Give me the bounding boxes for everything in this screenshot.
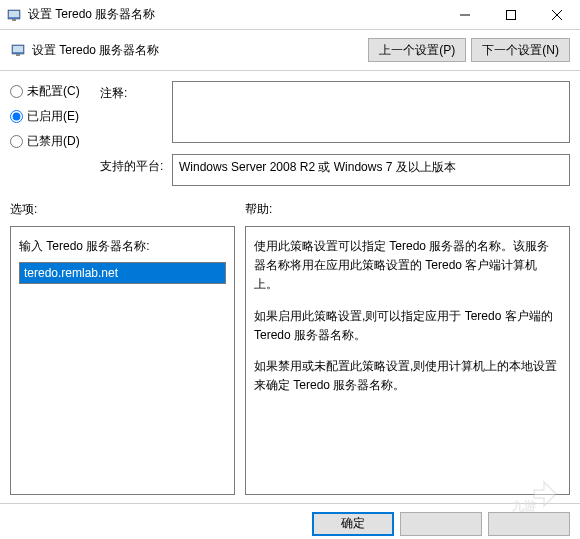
radio-enabled-input[interactable] — [10, 110, 23, 123]
svg-rect-2 — [12, 19, 16, 21]
help-header: 帮助: — [245, 195, 570, 226]
options-box: 输入 Teredo 服务器名称: — [10, 226, 235, 495]
lower-panels: 选项: 输入 Teredo 服务器名称: 帮助: 使用此策略设置可以指定 Ter… — [0, 195, 580, 495]
svg-rect-8 — [13, 46, 23, 52]
radio-label: 已启用(E) — [27, 108, 79, 125]
options-column: 选项: 输入 Teredo 服务器名称: — [10, 195, 235, 495]
help-paragraph: 如果启用此策略设置,则可以指定应用于 Teredo 客户端的 Teredo 服务… — [254, 307, 561, 345]
close-button[interactable] — [534, 0, 580, 30]
server-name-input[interactable] — [19, 262, 226, 284]
policy-icon — [6, 7, 22, 23]
platform-box: Windows Server 2008 R2 或 Windows 7 及以上版本 — [172, 154, 570, 186]
radio-group: 未配置(C) 已启用(E) 已禁用(D) — [10, 81, 100, 150]
svg-rect-1 — [9, 11, 19, 17]
radio-not-configured-input[interactable] — [10, 85, 23, 98]
help-paragraph: 如果禁用或未配置此策略设置,则使用计算机上的本地设置来确定 Teredo 服务器… — [254, 357, 561, 395]
titlebar: 设置 Teredo 服务器名称 — [0, 0, 580, 30]
help-box: 使用此策略设置可以指定 Teredo 服务器的名称。该服务器名称将用在应用此策略… — [245, 226, 570, 495]
radio-label: 未配置(C) — [27, 83, 80, 100]
header: 设置 Teredo 服务器名称 上一个设置(P) 下一个设置(N) — [0, 30, 580, 71]
maximize-button[interactable] — [488, 0, 534, 30]
policy-icon — [10, 42, 26, 58]
config-area: 未配置(C) 已启用(E) 已禁用(D) 注释: 支持的平台: Windows … — [0, 71, 580, 195]
radio-disabled-input[interactable] — [10, 135, 23, 148]
comment-label: 注释: — [100, 81, 172, 150]
radio-enabled[interactable]: 已启用(E) — [10, 108, 100, 125]
platform-label: 支持的平台: — [100, 154, 172, 186]
ok-button[interactable]: 确定 — [312, 512, 394, 536]
radio-label: 已禁用(D) — [27, 133, 80, 150]
prev-setting-button[interactable]: 上一个设置(P) — [368, 38, 466, 62]
window-title: 设置 Teredo 服务器名称 — [28, 6, 442, 23]
comment-textarea[interactable] — [172, 81, 570, 143]
header-title: 设置 Teredo 服务器名称 — [32, 42, 363, 59]
minimize-button[interactable] — [442, 0, 488, 30]
radio-not-configured[interactable]: 未配置(C) — [10, 83, 100, 100]
options-header: 选项: — [10, 195, 235, 226]
next-setting-button[interactable]: 下一个设置(N) — [471, 38, 570, 62]
titlebar-buttons — [442, 0, 580, 30]
radio-disabled[interactable]: 已禁用(D) — [10, 133, 100, 150]
svg-rect-9 — [16, 54, 20, 56]
apply-button[interactable] — [488, 512, 570, 536]
footer: 确定 — [0, 503, 580, 539]
help-paragraph: 使用此策略设置可以指定 Teredo 服务器的名称。该服务器名称将用在应用此策略… — [254, 237, 561, 295]
help-column: 帮助: 使用此策略设置可以指定 Teredo 服务器的名称。该服务器名称将用在应… — [245, 195, 570, 495]
server-name-label: 输入 Teredo 服务器名称: — [19, 237, 226, 256]
svg-rect-4 — [507, 10, 516, 19]
cancel-button[interactable] — [400, 512, 482, 536]
